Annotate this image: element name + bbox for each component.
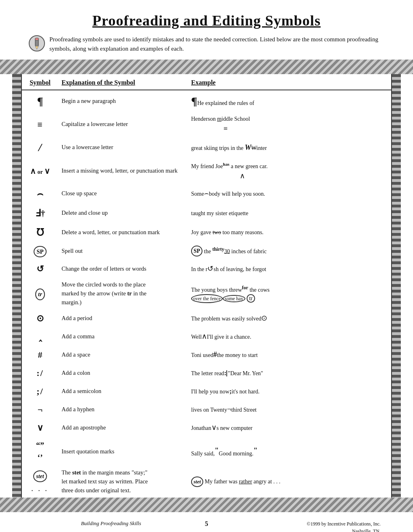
intro-paragraph: Proofreading symbols are used to identif… (49, 35, 385, 53)
right-deco-border (392, 74, 401, 498)
explanation-cell: Change the order of letters or words (58, 260, 188, 278)
symbol-cell: ↺ (22, 260, 58, 278)
footer: Building Proofreading Skills 5 ©1999 by … (0, 515, 413, 531)
explanation-cell: Delete a word, letter, or punctuation ma… (58, 223, 188, 242)
example-cell: taught my sister etiquette (188, 203, 391, 223)
table-row: trMove the circled words to the placemar… (22, 278, 391, 309)
explanation-cell: Use a lowercase letter (58, 137, 188, 158)
explanation-cell: Close up space (58, 184, 188, 203)
symbol-cell: / (22, 137, 58, 158)
explanation-cell: Insert a missing word, letter, or punctu… (58, 158, 188, 184)
example-cell: Sally said,"Good morning." (188, 437, 391, 466)
symbol-cell: ¶ (22, 90, 58, 112)
symbol-cell: ≡ (22, 112, 58, 137)
footer-page-number: 5 (205, 520, 208, 528)
symbol-cell: SP (22, 242, 58, 260)
pencil-icon (28, 35, 45, 52)
table-outer-wrapper: Symbol Explanation of the Symbol Example… (12, 74, 401, 498)
example-cell: lives on Twenty¬third Street (188, 400, 391, 419)
example-cell: The young boys threwfor the cowsover the… (188, 278, 391, 309)
symbol-cell: ∨ (22, 419, 58, 437)
symbol-cell: ¬ (22, 400, 58, 419)
footer-right: ©1999 by Incentive Publications, Inc.Nas… (307, 520, 381, 532)
symbol-cell: ⌢ (22, 184, 58, 203)
example-cell: Toni used#the money to start (188, 346, 391, 364)
example-cell: I'll help you now;it's not hard. (188, 382, 391, 400)
table-row: ↺Change the order of letters or wordsIn … (22, 260, 391, 278)
page-title: Proofreading and Editing Symbols (24, 12, 389, 29)
explanation-cell: Add a colon (58, 364, 188, 382)
symbol-cell: “”‘’ (22, 437, 58, 466)
explanation-cell: Add a period (58, 309, 188, 327)
symbol-cell: :/ (22, 364, 58, 382)
example-cell: Jonathan∨s new computer (188, 419, 391, 437)
table-row: ¶Begin a new paragraph¶He explained the … (22, 90, 391, 112)
symbol-cell: ℧ (22, 223, 58, 242)
table-row: ℧Delete a word, letter, or punctuation m… (22, 223, 391, 242)
table-row: ∧ or ∨Insert a missing word, letter, or … (22, 158, 391, 184)
symbol-cell: ;/ (22, 382, 58, 400)
example-cell: My friend Joehas a new green car.∧ (188, 158, 391, 184)
col-header-symbol: Symbol (22, 74, 58, 90)
explanation-cell: Add a comma (58, 327, 188, 346)
example-cell: In the r↺sh of leaving, he forgot (188, 260, 391, 278)
example-cell: Well∧I'll give it a chance. (188, 327, 391, 346)
symbol-cell: ‸ (22, 327, 58, 346)
explanation-cell: Insert quotation marks (58, 437, 188, 466)
col-header-example: Example (188, 74, 391, 90)
explanation-cell: Add a space (58, 346, 188, 364)
symbols-table: Symbol Explanation of the Symbol Example… (22, 74, 391, 498)
table-row: ‸Add a commaWell∧I'll give it a chance. (22, 327, 391, 346)
symbol-cell: stet. . . (22, 466, 58, 497)
explanation-cell: Delete and close up (58, 203, 188, 223)
deco-bottom-border (0, 498, 413, 512)
example-cell: ¶He explained the rules of (188, 90, 391, 112)
table-row: “”‘’Insert quotation marksSally said,"Go… (22, 437, 391, 466)
explanation-cell: Spell out (58, 242, 188, 260)
page-wrapper: Proofreading and Editing Symbols Proofre… (0, 0, 413, 532)
deco-top-border (0, 60, 413, 74)
explanation-cell: Capitalize a lowercase letter (58, 112, 188, 137)
example-cell: The problem was easily solved⊙ (188, 309, 391, 327)
table-row: #Add a spaceToni used#the money to start (22, 346, 391, 364)
table-row: ⌢Close up spaceSome⌢body will help you s… (22, 184, 391, 203)
table-row: ⊙Add a periodThe problem was easily solv… (22, 309, 391, 327)
explanation-cell: The stet in the margin means "stay;"let … (58, 466, 188, 497)
col-header-explanation: Explanation of the Symbol (58, 74, 188, 90)
svg-rect-3 (35, 38, 38, 40)
table-row: :/Add a colonThe letter read:"Dear Mr. Y… (22, 364, 391, 382)
explanation-cell: Move the circled words to the placemarke… (58, 278, 188, 309)
table-row: ∨Add an apostropheJonathan∨s new compute… (22, 419, 391, 437)
table-row: ¬Add a hyphenlives on Twenty¬third Stree… (22, 400, 391, 419)
explanation-cell: Add a semicolon (58, 382, 188, 400)
explanation-cell: Add an apostrophe (58, 419, 188, 437)
table-row: ≡Capitalize a lowercase letterHenderson … (22, 112, 391, 137)
intro-text: Proofreading symbols are used to identif… (24, 35, 389, 53)
example-cell: stet My father was rather angry at . . . (188, 466, 391, 497)
main-table-wrapper: Symbol Explanation of the Symbol Example… (21, 74, 392, 498)
footer-left: Building Proofreading Skills (81, 520, 141, 527)
example-cell: SP the thirty30 inches of fabric (188, 242, 391, 260)
symbol-cell: # (22, 346, 58, 364)
symbol-cell: ∧ or ∨ (22, 158, 58, 184)
example-cell: Henderson middle School≡ (188, 112, 391, 137)
example-cell: Joy gave two too many reasons. (188, 223, 391, 242)
example-cell: Some⌢body will help you soon. (188, 184, 391, 203)
table-row: /Use a lowercase lettergreat skiing trip… (22, 137, 391, 158)
table-row: SPSpell outSP the thirty30 inches of fab… (22, 242, 391, 260)
example-cell: The letter read:"Dear Mr. Yen" (188, 364, 391, 382)
example-cell: great skiing trips in the WWinter (188, 137, 391, 158)
left-deco-border (12, 74, 21, 498)
table-row: Ⅎ†Delete and close uptaught my sister et… (22, 203, 391, 223)
symbol-cell: Ⅎ† (22, 203, 58, 223)
symbol-cell: ⊙ (22, 309, 58, 327)
table-row: stet. . .The stet in the margin means "s… (22, 466, 391, 497)
table-header-row: Symbol Explanation of the Symbol Example (22, 74, 391, 90)
symbol-cell: tr (22, 278, 58, 309)
explanation-cell: Begin a new paragraph (58, 90, 188, 112)
explanation-cell: Add a hyphen (58, 400, 188, 419)
table-row: ;/Add a semicolonI'll help you now;it's … (22, 382, 391, 400)
header-section: Proofreading and Editing Symbols Proofre… (0, 0, 413, 57)
